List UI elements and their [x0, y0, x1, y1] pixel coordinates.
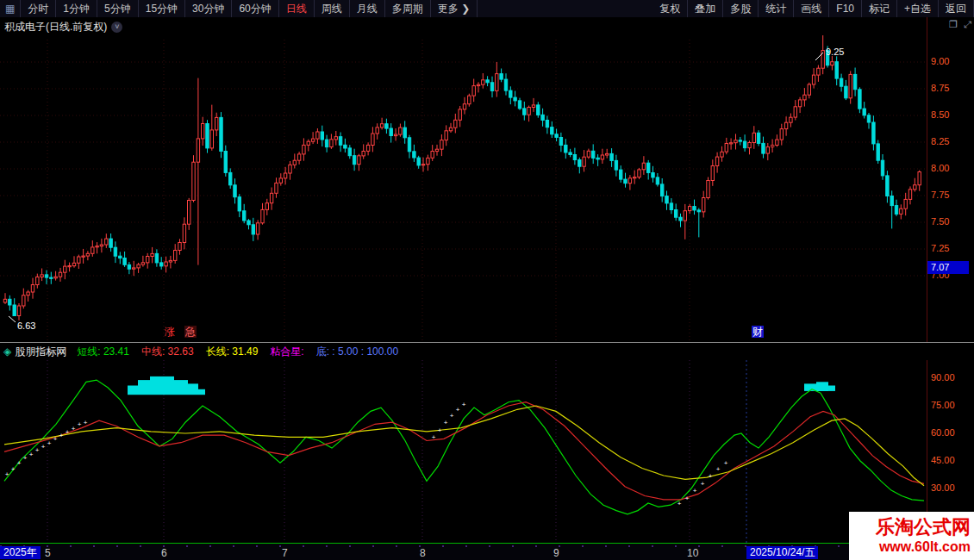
svg-text:+: +: [29, 451, 34, 458]
period-tab-10[interactable]: 更多 ❯: [431, 0, 478, 17]
indicator-tick-label: 45.00: [931, 455, 971, 465]
indicator-panel: +++++++++++++++++++++++++++ 90.0075.0060…: [0, 360, 974, 543]
chart-marker: 急: [184, 326, 197, 338]
svg-text:+: +: [462, 401, 466, 408]
year-label: 2025年: [0, 546, 41, 559]
chart-title: 积成电子(日线.前复权) ˅: [4, 20, 122, 34]
svg-text:+: +: [693, 487, 697, 495]
action-button-0[interactable]: 复权: [652, 0, 688, 17]
month-label: 6: [161, 547, 167, 559]
svg-text:+: +: [438, 426, 442, 434]
action-button-2[interactable]: 多股: [723, 0, 759, 17]
month-label: 10: [687, 547, 698, 559]
candlestick-chart[interactable]: [0, 17, 927, 342]
svg-text:+: +: [66, 428, 70, 436]
period-tabs: 分时1分钟5分钟15分钟30分钟60分钟日线周线月线多周期更多 ❯: [21, 0, 478, 17]
panel-expand-icon[interactable]: ⤢: [964, 19, 971, 30]
time-axis: 2025年 5678910 2025/10/24/五: [0, 543, 974, 560]
svg-text:+: +: [450, 412, 454, 420]
svg-text:+: +: [677, 500, 682, 507]
svg-text:+: +: [716, 465, 721, 473]
svg-text:+: +: [53, 435, 58, 443]
app-window: ▦ 分时1分钟5分钟15分钟30分钟60分钟日线周线月线多周期更多 ❯ 复权叠加…: [0, 0, 974, 560]
main-chart-panel: 积成电子(日线.前复权) ˅ ❐ ⤢ 9.008.758.508.258.007…: [0, 17, 974, 342]
toolbar-spacer: [478, 0, 652, 17]
price-tick-label: 8.50: [931, 109, 971, 120]
indicator-header: ◈ 股朋指标网 短线: 23.41中线: 32.63长线: 31.49粘合星:底…: [0, 342, 974, 361]
svg-text:+: +: [41, 443, 46, 451]
svg-text:+: +: [23, 454, 28, 462]
period-tab-7[interactable]: 周线: [315, 0, 350, 17]
period-tab-3[interactable]: 15分钟: [139, 0, 185, 17]
menu-grid-icon[interactable]: ▦: [0, 0, 21, 17]
price-callout: 6.63: [17, 320, 35, 331]
panel-windows-icon[interactable]: ❐: [949, 19, 958, 30]
action-button-7[interactable]: +自选: [897, 0, 939, 17]
action-button-4[interactable]: 画线: [794, 0, 829, 17]
current-date-label: 2025/10/24/五: [746, 546, 818, 559]
indicator-tick-label: 60.00: [931, 427, 971, 438]
period-tab-1[interactable]: 1分钟: [56, 0, 97, 17]
indicator-tick-label: 90.00: [931, 372, 971, 383]
indicator-value-4: 底: : 5.00 : 100.00: [316, 345, 398, 359]
indicator-tick-label: 75.00: [931, 400, 971, 410]
watermark: 乐淘公式网 www.60lt.com: [849, 512, 974, 560]
month-label: 8: [420, 547, 426, 559]
indicator-value-3: 粘合星:: [270, 345, 303, 359]
svg-text:+: +: [709, 472, 713, 480]
axis-separator-line: [927, 17, 927, 342]
svg-text:+: +: [47, 439, 52, 447]
period-tab-0[interactable]: 分时: [21, 0, 56, 17]
action-button-8[interactable]: 返回: [939, 0, 974, 17]
price-tick-label: 7.50: [931, 216, 971, 227]
svg-text:+: +: [35, 446, 40, 454]
symbol-title: 积成电子(日线.前复权): [4, 20, 107, 34]
chart-marker: 财: [752, 326, 764, 338]
indicator-value-0: 短线: 23.41: [77, 345, 129, 359]
price-tick-label: 7.25: [931, 243, 971, 253]
svg-text:+: +: [5, 470, 9, 478]
price-tick-label: 8.75: [931, 83, 971, 93]
svg-text:+: +: [84, 419, 88, 426]
indicator-site-name: 股朋指标网: [15, 345, 66, 359]
toolbar: ▦ 分时1分钟5分钟15分钟30分钟60分钟日线周线月线多周期更多 ❯ 复权叠加…: [0, 0, 974, 18]
period-tab-2[interactable]: 5分钟: [97, 0, 139, 17]
indicator-chart[interactable]: +++++++++++++++++++++++++++: [0, 360, 927, 543]
watermark-url: www.60lt.com: [879, 538, 971, 556]
indicator-values: 短线: 23.41中线: 32.63长线: 31.49粘合星:底: : 5.00…: [77, 345, 410, 359]
chart-marker: 涨: [164, 326, 176, 338]
last-price-tag: 7.07: [927, 261, 969, 274]
period-tab-5[interactable]: 60分钟: [232, 0, 278, 17]
price-tick-label: 8.00: [931, 163, 971, 173]
period-tab-9[interactable]: 多周期: [385, 0, 431, 17]
period-tab-8[interactable]: 月线: [350, 0, 385, 17]
svg-text:+: +: [456, 406, 460, 414]
title-dropdown-icon[interactable]: ˅: [111, 22, 122, 33]
svg-text:+: +: [685, 495, 690, 502]
month-label: 9: [553, 547, 559, 559]
month-label: 5: [45, 547, 51, 559]
action-button-5[interactable]: F10: [829, 0, 862, 17]
svg-text:+: +: [701, 480, 705, 488]
price-tick-label: 8.25: [931, 136, 971, 146]
svg-text:+: +: [724, 459, 728, 467]
period-tab-6[interactable]: 日线: [279, 0, 315, 17]
svg-text:+: +: [11, 465, 16, 473]
svg-text:+: +: [59, 432, 64, 439]
indicator-logo-icon[interactable]: ◈: [3, 345, 11, 358]
action-buttons: 复权叠加多股统计画线F10标记+自选返回: [652, 0, 974, 17]
price-tick-label: 7.75: [931, 190, 971, 200]
period-tab-4[interactable]: 30分钟: [185, 0, 232, 17]
indicator-tick-label: 30.00: [931, 482, 971, 493]
action-button-3[interactable]: 统计: [759, 0, 794, 17]
price-callout: 9.25: [826, 47, 844, 57]
action-button-1[interactable]: 叠加: [688, 0, 723, 17]
svg-text:+: +: [78, 420, 82, 428]
svg-text:+: +: [444, 419, 448, 426]
svg-text:+: +: [17, 459, 22, 467]
action-button-6[interactable]: 标记: [862, 0, 897, 17]
indicator-value-1: 中线: 32.63: [141, 345, 194, 359]
month-label: 7: [282, 547, 288, 559]
svg-text:+: +: [432, 433, 436, 441]
svg-text:+: +: [72, 425, 76, 432]
